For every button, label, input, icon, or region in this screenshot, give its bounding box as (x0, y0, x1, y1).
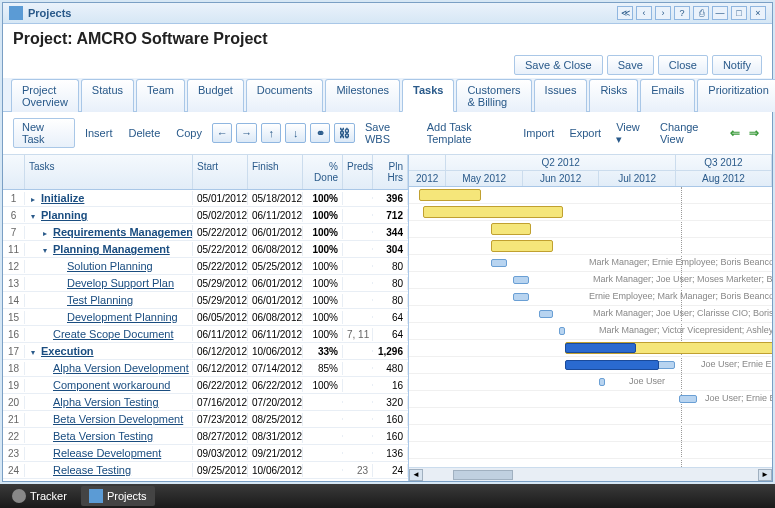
view-menu[interactable]: View ▾ (610, 119, 651, 148)
preds-cell[interactable] (343, 401, 373, 403)
task-name-link[interactable]: Beta Version Development (53, 413, 183, 425)
nav-first-icon[interactable]: ≪ (617, 6, 633, 20)
task-name-link[interactable]: Component workaround (53, 379, 170, 391)
done-cell[interactable]: 100% (303, 379, 343, 392)
col-start[interactable]: Start (193, 155, 248, 189)
table-row[interactable]: 15Development Planning06/05/201206/08/20… (3, 309, 408, 326)
tab-issues[interactable]: Issues (534, 79, 588, 112)
preds-cell[interactable] (343, 197, 373, 199)
table-row[interactable]: 13Develop Support Plan05/29/201206/01/20… (3, 275, 408, 292)
table-row[interactable]: 6▾Planning05/02/201206/11/2012100%712 (3, 207, 408, 224)
preds-cell[interactable] (343, 282, 373, 284)
finish-cell[interactable]: 07/20/2012 (248, 396, 303, 409)
start-cell[interactable]: 05/02/2012 (193, 209, 248, 222)
minimize-icon[interactable]: — (712, 6, 728, 20)
hrs-cell[interactable]: 80 (373, 277, 408, 290)
gantt-bar[interactable] (679, 395, 697, 403)
task-name-link[interactable]: Requirements Management (53, 226, 193, 238)
scroll-thumb[interactable] (453, 470, 513, 480)
preds-cell[interactable] (343, 367, 373, 369)
movedown-icon[interactable]: ↓ (285, 123, 306, 143)
hrs-cell[interactable]: 1,296 (373, 345, 408, 358)
hrs-cell[interactable]: 480 (373, 362, 408, 375)
scroll-right-icon[interactable]: ⇒ (748, 127, 760, 139)
finish-cell[interactable]: 10/06/2012 (248, 464, 303, 477)
done-cell[interactable] (303, 435, 343, 437)
hrs-cell[interactable]: 64 (373, 328, 408, 341)
done-cell[interactable]: 85% (303, 362, 343, 375)
finish-cell[interactable]: 06/01/2012 (248, 277, 303, 290)
save-wbs-button[interactable]: Save WBS (359, 119, 418, 147)
table-row[interactable]: 23Release Development09/03/201209/21/201… (3, 445, 408, 462)
print-icon[interactable]: ⎙ (693, 6, 709, 20)
done-cell[interactable]: 100% (303, 243, 343, 256)
expand-toggle-icon[interactable]: ▾ (43, 246, 51, 255)
gantt-bar[interactable] (491, 259, 507, 267)
finish-cell[interactable]: 09/21/2012 (248, 447, 303, 460)
tab-budget[interactable]: Budget (187, 79, 244, 112)
start-cell[interactable]: 06/05/2012 (193, 311, 248, 324)
hrs-cell[interactable]: 160 (373, 413, 408, 426)
scroll-left-btn[interactable]: ◄ (409, 469, 423, 481)
task-name-link[interactable]: Release Testing (53, 464, 131, 476)
table-row[interactable]: 1▸Initialize05/01/201205/18/2012100%396 (3, 190, 408, 207)
start-cell[interactable]: 05/22/2012 (193, 226, 248, 239)
col-tasks[interactable]: Tasks (25, 155, 193, 189)
start-cell[interactable]: 05/29/2012 (193, 294, 248, 307)
finish-cell[interactable]: 05/18/2012 (248, 192, 303, 205)
start-cell[interactable]: 06/12/2012 (193, 345, 248, 358)
gantt-bar[interactable] (491, 240, 553, 252)
preds-cell[interactable] (343, 350, 373, 352)
done-cell[interactable]: 100% (303, 192, 343, 205)
gantt-bar[interactable] (513, 276, 529, 284)
gantt-bar[interactable] (539, 310, 553, 318)
finish-cell[interactable]: 07/14/2012 (248, 362, 303, 375)
finish-cell[interactable]: 08/31/2012 (248, 430, 303, 443)
hrs-cell[interactable]: 304 (373, 243, 408, 256)
preds-cell[interactable] (343, 435, 373, 437)
save-close-button[interactable]: Save & Close (514, 55, 603, 75)
tab-milestones[interactable]: Milestones (325, 79, 400, 112)
finish-cell[interactable]: 06/22/2012 (248, 379, 303, 392)
help-icon[interactable]: ? (674, 6, 690, 20)
gantt-bar[interactable] (419, 189, 481, 201)
table-row[interactable]: 12Solution Planning05/22/201205/25/20121… (3, 258, 408, 275)
start-cell[interactable]: 06/12/2012 (193, 362, 248, 375)
done-cell[interactable]: 100% (303, 260, 343, 273)
preds-cell[interactable] (343, 299, 373, 301)
nav-prev-icon[interactable]: ‹ (636, 6, 652, 20)
hrs-cell[interactable]: 80 (373, 260, 408, 273)
hrs-cell[interactable]: 24 (373, 464, 408, 477)
task-name-link[interactable]: Development Planning (67, 311, 178, 323)
expand-toggle-icon[interactable]: ▸ (43, 229, 51, 238)
delete-button[interactable]: Delete (122, 125, 166, 141)
gantt-bar[interactable] (423, 206, 563, 218)
new-task-button[interactable]: New Task (13, 118, 75, 148)
export-button[interactable]: Export (563, 125, 607, 141)
table-row[interactable]: 24Release Testing09/25/201210/06/2012232… (3, 462, 408, 479)
col-hrs[interactable]: Pln Hrs (373, 155, 408, 189)
moveup-icon[interactable]: ↑ (261, 123, 282, 143)
expand-toggle-icon[interactable]: ▾ (31, 212, 39, 221)
taskbar-tracker[interactable]: Tracker (4, 486, 75, 506)
finish-cell[interactable]: 05/25/2012 (248, 260, 303, 273)
indent-icon[interactable]: → (236, 123, 257, 143)
taskbar-projects[interactable]: Projects (81, 486, 155, 506)
preds-cell[interactable] (343, 418, 373, 420)
expand-toggle-icon[interactable]: ▾ (31, 348, 39, 357)
finish-cell[interactable]: 08/25/2012 (248, 413, 303, 426)
hrs-cell[interactable]: 16 (373, 379, 408, 392)
table-row[interactable]: 11▾Planning Management05/22/201206/08/20… (3, 241, 408, 258)
done-cell[interactable]: 33% (303, 345, 343, 358)
task-name-link[interactable]: Execution (41, 345, 94, 357)
start-cell[interactable]: 06/22/2012 (193, 379, 248, 392)
col-preds[interactable]: Preds (343, 155, 373, 189)
copy-button[interactable]: Copy (170, 125, 208, 141)
start-cell[interactable]: 05/01/2012 (193, 192, 248, 205)
preds-cell[interactable] (343, 265, 373, 267)
outdent-icon[interactable]: ← (212, 123, 233, 143)
start-cell[interactable]: 08/27/2012 (193, 430, 248, 443)
done-cell[interactable] (303, 401, 343, 403)
start-cell[interactable]: 07/16/2012 (193, 396, 248, 409)
hrs-cell[interactable]: 344 (373, 226, 408, 239)
